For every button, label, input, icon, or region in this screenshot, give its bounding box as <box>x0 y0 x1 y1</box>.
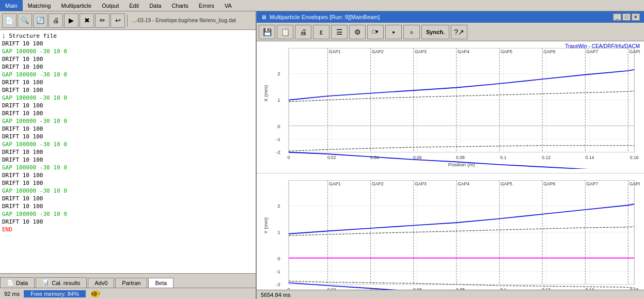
menu-multiparticle[interactable]: Multiparticle <box>56 0 97 11</box>
svg-text:2: 2 <box>277 203 280 209</box>
close-button[interactable]: ✕ <box>632 13 640 21</box>
chart2-container: GAP1 GAP2 GAP3 GAP4 GAP5 GAP6 GAP7 GAP8 <box>257 174 644 290</box>
copy-button[interactable]: 📋 <box>277 25 293 39</box>
code-line: DRIFT 10 100 <box>2 40 254 48</box>
svg-text:GAP7: GAP7 <box>586 182 598 187</box>
synch-button[interactable]: Synch. <box>421 25 449 39</box>
stop-button[interactable]: ✖ <box>80 13 94 28</box>
settings-button[interactable]: ⚙ <box>349 25 366 39</box>
right-time: 5654.84 ms <box>261 292 290 298</box>
svg-text:0.06: 0.06 <box>413 287 422 290</box>
menu-output[interactable]: Output <box>97 0 124 11</box>
svg-text:0.04: 0.04 <box>370 287 379 290</box>
run-button[interactable]: ▶ <box>64 13 78 28</box>
svg-text:-1: -1 <box>276 269 280 274</box>
open-button[interactable]: 🔍 <box>18 13 32 28</box>
tab-beta-label: Beta <box>155 280 167 286</box>
svg-rect-0 <box>289 48 634 152</box>
code-editor[interactable]: ; Structure fileDRIFT 10 100GAP 100000 -… <box>0 30 256 273</box>
right-status-bar: 5654.84 ms <box>257 290 644 299</box>
overlay-button[interactable]: ▪ <box>385 25 402 39</box>
window-icon: 🖥 <box>261 14 266 20</box>
code-line: DRIFT 10 100 <box>2 86 254 94</box>
svg-text:0.08: 0.08 <box>456 287 465 290</box>
code-line: ; Structure file <box>2 32 254 40</box>
menu-main[interactable]: Main <box>0 0 23 11</box>
right-panel: 🖥 Multiparticle Envelopes [Run: 9][MainB… <box>257 11 644 299</box>
svg-text:2: 2 <box>277 71 280 76</box>
record-button[interactable]: ● <box>403 25 420 39</box>
svg-text:GAP7: GAP7 <box>586 49 598 54</box>
charts-area: TraceWin - CEA/DRF/Irfu/DACM <box>257 41 644 290</box>
code-line: END <box>2 226 254 233</box>
menu-data[interactable]: Data <box>144 0 166 11</box>
tab-cal-icon: 📊 <box>42 279 50 286</box>
svg-text:0: 0 <box>277 256 280 261</box>
svg-text:0.04: 0.04 <box>370 155 379 160</box>
tab-data[interactable]: 📄 Data <box>0 277 35 288</box>
tab-cal-results[interactable]: 📊 Cal. results <box>36 277 87 288</box>
menu-errors[interactable]: Errors <box>194 0 219 11</box>
code-line: DRIFT 10 100 <box>2 195 254 202</box>
code-line: DRIFT 10 100 <box>2 109 254 117</box>
menu-matching[interactable]: Matching <box>23 0 56 11</box>
help-button[interactable]: ?↗ <box>451 25 467 39</box>
tab-partran[interactable]: Partran <box>115 278 147 288</box>
svg-text:-1: -1 <box>276 136 280 142</box>
tab-adv0[interactable]: Adv0 <box>88 278 114 288</box>
svg-text:GAP5: GAP5 <box>500 182 512 187</box>
refresh-button[interactable]: 🔄 <box>33 13 48 28</box>
svg-text:1: 1 <box>277 229 280 235</box>
svg-text:GAP2: GAP2 <box>372 49 384 54</box>
code-line: DRIFT 10 100 <box>2 218 254 226</box>
tab-data-icon: 📄 <box>7 279 14 286</box>
list-button[interactable]: ☰ <box>331 25 348 39</box>
new-button[interactable]: 📄 <box>2 13 17 28</box>
code-line: DRIFT 10 100 <box>2 171 254 179</box>
code-line: GAP 100000 -30 10 0 <box>2 94 254 102</box>
svg-text:1: 1 <box>277 97 280 103</box>
svg-text:0.12: 0.12 <box>542 155 551 160</box>
code-line: DRIFT 10 100 <box>2 78 254 86</box>
undo-button[interactable]: ↩ <box>111 13 125 28</box>
svg-text:GAP6: GAP6 <box>543 182 555 187</box>
svg-text:0: 0 <box>277 123 280 129</box>
edit-button[interactable]: ✏ <box>95 13 109 28</box>
memory-indicator: Free memory: 84% <box>24 290 86 297</box>
code-line: GAP 100000 -30 10 0 <box>2 187 254 195</box>
svg-text:0.16: 0.16 <box>630 155 639 160</box>
menu-edit[interactable]: Edit <box>124 0 144 11</box>
left-toolbar: 📄 🔍 🔄 🖨 ▶ ✖ ✏ ↩ ...-03-19 - Envelope.bug… <box>0 11 256 30</box>
svg-text:Y (mm): Y (mm) <box>263 217 269 234</box>
code-line: DRIFT 10 100 <box>2 125 254 133</box>
file-path: ...-03-19 - Envelope.bug/new file/env_bu… <box>132 18 254 23</box>
tab-beta[interactable]: Beta <box>148 278 174 288</box>
code-line: GAP 100000 -30 10 0 <box>2 140 254 148</box>
print2-button[interactable]: 🖨 <box>295 25 311 39</box>
code-line: DRIFT 10 100 <box>2 156 254 164</box>
code-line: GAP 100000 -30 10 0 <box>2 164 254 171</box>
print-button[interactable]: 🖨 <box>49 13 63 28</box>
square-button[interactable]: □▾ <box>367 25 384 39</box>
minimize-button[interactable]: _ <box>613 13 621 21</box>
time-left: 92 ms <box>4 291 20 297</box>
code-line: DRIFT 10 100 <box>2 102 254 109</box>
svg-text:0.02: 0.02 <box>327 155 336 160</box>
script-button[interactable]: ε <box>313 25 329 39</box>
svg-text:GAP3: GAP3 <box>415 182 427 187</box>
code-line: DRIFT 10 100 <box>2 133 254 140</box>
svg-text:0: 0 <box>288 155 290 160</box>
svg-text:GAP1: GAP1 <box>329 182 341 187</box>
svg-text:0.14: 0.14 <box>585 287 594 290</box>
maximize-button[interactable]: □ <box>622 13 631 21</box>
tab-partran-label: Partran <box>122 280 140 286</box>
svg-text:GAP2: GAP2 <box>372 182 384 187</box>
right-window-title: Multiparticle Envelopes [Run: 9][MainBea… <box>270 14 612 20</box>
svg-text:0.02: 0.02 <box>327 287 336 290</box>
svg-text:0.1: 0.1 <box>500 287 507 290</box>
menu-charts[interactable]: Charts <box>166 0 193 11</box>
svg-text:GAP4: GAP4 <box>458 182 469 187</box>
save-button[interactable]: 💾 <box>259 25 275 39</box>
menu-va[interactable]: VA <box>219 0 237 11</box>
status-icon: 🐠 <box>90 289 100 298</box>
